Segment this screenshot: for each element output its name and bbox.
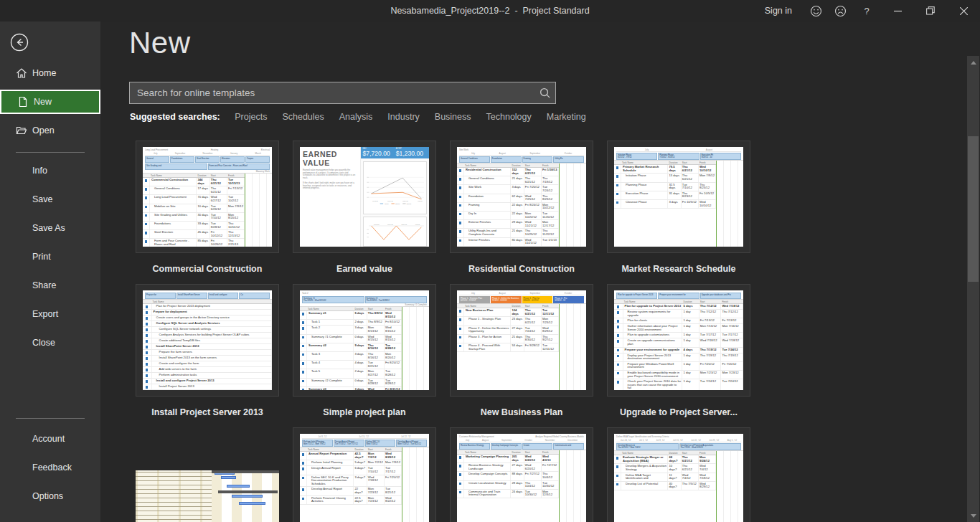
sidebar-item-open[interactable]: Open <box>0 116 100 145</box>
minimize-button[interactable] <box>881 0 914 22</box>
sidebar-item-feedback[interactable]: Feedback <box>0 453 100 482</box>
template-thumbnail: Prepare forInstall SharePoint ServerInst… <box>136 284 279 397</box>
classic-gantt-bar <box>239 502 266 505</box>
help-button[interactable]: ? <box>852 0 881 22</box>
vertical-scrollbar[interactable] <box>967 56 979 522</box>
ev-title: EARNED VALUE <box>303 150 357 167</box>
task-mode-glyph <box>302 353 304 356</box>
task-mode-icon <box>300 326 307 333</box>
scroll-up-button[interactable] <box>967 57 979 67</box>
restore-button[interactable] <box>914 0 947 22</box>
task-mode-icon <box>614 464 621 472</box>
mini-header-cell <box>457 163 464 167</box>
timeline-month-label: July <box>471 152 475 155</box>
suggested-link-business[interactable]: Business <box>435 112 471 122</box>
sidebar-item-options[interactable]: Options <box>0 482 100 511</box>
scroll-down-button[interactable] <box>967 511 979 521</box>
sidebar-item-account[interactable]: Account <box>0 424 100 453</box>
ev-metrics: EAC$7,720.00ACWP$1,230.00 <box>363 148 427 157</box>
mini-task-name: Plan for clients <box>623 318 683 323</box>
sidebar-item-print[interactable]: Print <box>0 242 100 271</box>
task-mode-glyph <box>146 317 148 320</box>
smiley-icon[interactable] <box>804 0 828 22</box>
template-card[interactable]: Prepare forInstall SharePoint ServerInst… <box>136 284 279 427</box>
sidebar-item-info[interactable]: Info <box>0 156 100 185</box>
mini-task-duration: 53 days <box>511 343 524 351</box>
mini-task-duration: 2 days <box>354 369 367 377</box>
sidebar-item-export[interactable]: Export <box>0 300 100 328</box>
suggested-link-industry[interactable]: Industry <box>387 112 419 122</box>
template-card[interactable]: Customer Relationship ManagementAnalyze … <box>450 427 593 522</box>
template-card[interactable]: Site WorkJulyAugustSeptemberOctoberGener… <box>450 141 593 284</box>
mini-task-duration: 33 days <box>197 222 209 229</box>
mini-task-finish: Mon 12/3/12 <box>542 490 559 498</box>
template-card[interactable]: Plan for upgrade to Project Server 2013P… <box>607 284 750 427</box>
template-card[interactable]: EARNED VALUEEarned value management help… <box>293 141 436 284</box>
search-icon[interactable] <box>534 82 555 103</box>
sidebar-item-close[interactable]: Close <box>0 328 100 357</box>
mini-task-start: Wed 11/21/12 <box>524 220 542 228</box>
timeline-months: JulyAugustSeptemberOctober <box>459 152 584 156</box>
suggested-link-technology[interactable]: Technology <box>486 112 532 122</box>
mini-task-start: Tue 8/28/12 <box>210 222 227 229</box>
suggested-link-projects[interactable]: Projects <box>235 112 267 122</box>
mini-task-name: Prepare your Windows PowerShell environm… <box>623 362 683 370</box>
suggested-link-marketing[interactable]: Marketing <box>547 112 586 122</box>
mini-task-duration: 17 days <box>197 186 209 194</box>
frown-icon[interactable] <box>828 0 852 22</box>
thumbnail-page: Jul 8, '12Jul 15, '12Jul 22, '12Perform … <box>300 434 429 522</box>
mini-task-finish: Wed 8/15/12 <box>385 326 402 333</box>
task-mode-icon <box>300 496 307 504</box>
suggested-link-analysis[interactable]: Analysis <box>339 112 373 122</box>
mini-task-name: Create users and groups in the Active Di… <box>152 315 272 321</box>
task-mode-glyph <box>302 468 304 470</box>
mini-task-name: Phase 1 - Strategic Plan <box>464 317 511 325</box>
task-mode-icon <box>143 310 152 315</box>
back-button[interactable] <box>9 32 29 52</box>
template-card[interactable]: Jul 8, '12Jul 15, '12Jul 22, '12Perform … <box>293 427 436 522</box>
search-input[interactable] <box>130 87 534 98</box>
sidebar-item-save[interactable]: Save <box>0 185 100 214</box>
mini-task-row: Phase 4 - Proceed With Startup Plan53 da… <box>457 343 559 352</box>
mini-task-duration: 80 days <box>511 238 524 246</box>
task-mode-glyph <box>146 346 148 348</box>
mini-task-row: Add web servers to the farm <box>143 367 272 373</box>
timeline-band: Phase 2 - Define the Business 7/24/12 - … <box>491 296 522 303</box>
mini-task-name: Configure Analysis Services for building… <box>152 333 272 338</box>
scrollbar-thumb[interactable] <box>968 136 979 282</box>
task-mode-icon <box>143 333 152 338</box>
mini-header-cell: Duration <box>354 307 367 310</box>
mini-task-finish: Fri 7/13/12 <box>721 318 743 323</box>
mini-task-row: Form and Pour Concrete - Floors and Roof… <box>143 239 245 247</box>
mini-header-cell: Duration <box>511 163 524 167</box>
task-mode-glyph <box>146 328 148 331</box>
template-card[interactable] <box>136 470 279 522</box>
timeline-band: Initiation Phase 6/21/12 - 7/9/12 <box>616 153 657 160</box>
template-card[interactable]: Define M&A Target Identification and Scr… <box>607 427 750 522</box>
suggested-link-schedules[interactable]: Schedules <box>282 112 324 122</box>
sidebar-item-share[interactable]: Share <box>0 271 100 300</box>
template-card[interactable]: Task 2Summary #1 Thu 8/9/12 - Wed 8/15/1… <box>293 284 436 427</box>
sidebar-item-home[interactable]: Home <box>0 59 100 87</box>
mini-table: Task NameDurationStartFinishSummary #15 … <box>300 307 402 390</box>
sidebar-item-new[interactable]: New <box>0 90 100 114</box>
sidebar-item-save-as[interactable]: Save As <box>0 214 100 242</box>
thumbnail-page: JulyAugustSeptemberOctoberPhase 1 - Stra… <box>457 290 586 390</box>
mini-table: Task NameDurationStartFinishNew Business… <box>457 304 559 390</box>
mini-task-finish: Wed 7/18/12 <box>721 304 743 309</box>
template-card[interactable]: JulyAugustSeptemberOctoberPhase 1 - Stra… <box>450 284 593 427</box>
template-card[interactable]: JulyAugustInitiation Phase 6/21/12 - 7/9… <box>607 141 750 284</box>
sign-in-link[interactable]: Sign in <box>765 6 792 16</box>
mini-task-row: Execution Phase31 daysThu 8/23/12Fri 10/… <box>614 191 716 200</box>
mini-task-finish: Fri 8/10/12 <box>385 320 402 325</box>
template-card[interactable]: Long Lead ProcurementHeatingElectricalJu… <box>136 141 279 284</box>
timeline-month-label: July <box>154 152 157 155</box>
timeline-month-label: August <box>706 148 712 151</box>
mini-task-start: Thu 6/21/12 <box>210 186 227 194</box>
mini-task-start: Mon 7/23/12 <box>367 487 385 495</box>
close-button[interactable] <box>947 0 980 22</box>
mini-task-duration: 3 days <box>354 352 367 360</box>
timeline-month-label: Aug 5, '12 <box>727 439 737 442</box>
sidebar-bottom-nav: AccountFeedbackOptions <box>0 424 100 511</box>
mini-task-row: Perform Financial Closing Activities22.5… <box>300 496 402 505</box>
